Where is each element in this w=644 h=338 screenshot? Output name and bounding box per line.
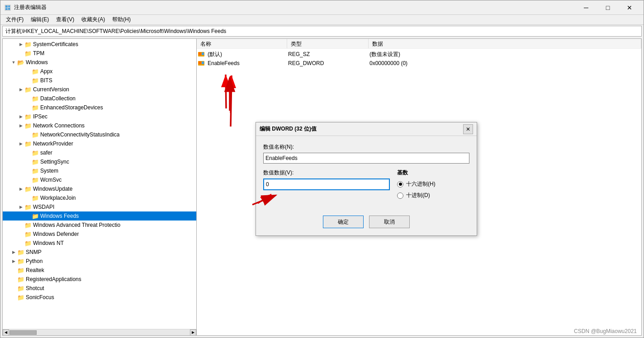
tree-item-windows-feeds[interactable]: 📁 Windows Feeds xyxy=(3,211,196,221)
tree-item[interactable]: ▶ 📁 WindowsUpdate xyxy=(3,184,196,193)
tree-item[interactable]: 📁 safer xyxy=(3,148,196,157)
expand-icon[interactable]: ▶ xyxy=(17,40,24,49)
menu-favorites[interactable]: 收藏夹(A) xyxy=(78,15,109,24)
minimize-button[interactable]: ─ xyxy=(576,0,597,15)
close-button[interactable]: ✕ xyxy=(619,0,640,15)
menu-view[interactable]: 查看(V) xyxy=(52,15,78,24)
expand-icon[interactable]: ▶ xyxy=(10,257,17,266)
dialog-confirm-button[interactable]: 确定 xyxy=(323,216,364,228)
dialog-footer: 确定 取消 xyxy=(256,210,477,235)
dialog-cancel-button[interactable]: 取消 xyxy=(369,216,410,228)
tree-item[interactable]: ▶ 📁 IPSec xyxy=(3,112,196,121)
tree-item[interactable]: 📁 WorkplaceJoin xyxy=(3,193,196,202)
tree-item[interactable]: 📁 SettingSync xyxy=(3,157,196,166)
tree-item[interactable]: 📁 NetworkConnectivityStatusIndica xyxy=(3,130,196,139)
tree-item[interactable]: 📁 Windows NT xyxy=(3,239,196,248)
expand-icon[interactable]: ▶ xyxy=(17,85,24,94)
maximize-button[interactable]: □ xyxy=(597,0,618,15)
expand-icon xyxy=(17,239,24,248)
dialog-name-label: 数值名称(N): xyxy=(263,143,469,151)
dialog-body: 数值名称(N): 数值数据(V): 基数 十六进制(H) 十进制(D) xyxy=(256,136,477,210)
radio-hex-circle[interactable] xyxy=(397,181,403,188)
tree-item[interactable]: 📁 TPM xyxy=(3,49,196,58)
svg-rect-3 xyxy=(5,8,8,10)
tree-item[interactable]: 📁 Windows Defender xyxy=(3,230,196,239)
tree-item[interactable]: ▶ 📁 NetworkProvider xyxy=(3,139,196,148)
tree-item[interactable]: 📁 WcmSvc xyxy=(3,175,196,184)
folder-icon: 📁 xyxy=(17,258,24,265)
expand-icon[interactable]: ▶ xyxy=(17,184,24,193)
menu-bar: 文件(F) 编辑(E) 查看(V) 收藏夹(A) 帮助(H) xyxy=(0,15,644,25)
folder-icon: 📁 xyxy=(32,131,39,138)
tree-item-label: BITS xyxy=(40,77,52,84)
scroll-left-btn[interactable]: ◀ xyxy=(3,329,9,336)
tree-item[interactable]: 📁 BITS xyxy=(3,76,196,85)
tree-item[interactable]: 📁 SonicFocus xyxy=(3,293,196,302)
svg-rect-1 xyxy=(5,5,8,8)
tree-item-label: Windows Advanced Threat Protectio xyxy=(33,222,120,228)
svg-rect-10 xyxy=(202,61,204,64)
tree-item[interactable]: ▶ 📁 CurrentVersion xyxy=(3,85,196,94)
expand-icon[interactable]: ▶ xyxy=(17,121,24,130)
tree-item-label: WindowsUpdate xyxy=(33,186,72,192)
expand-icon xyxy=(24,211,32,221)
dialog-name-input[interactable] xyxy=(263,153,469,164)
folder-icon: 📁 xyxy=(24,230,32,238)
expand-icon[interactable]: ▼ xyxy=(10,58,17,67)
dialog-data-input[interactable] xyxy=(263,178,390,190)
folder-icon: 📁 xyxy=(32,95,39,102)
tree-item[interactable]: 📁 RegisteredApplications xyxy=(3,275,196,284)
dialog-close-button[interactable]: ✕ xyxy=(463,124,473,134)
radio-hex[interactable]: 十六进制(H) xyxy=(397,180,469,188)
tree-item[interactable]: ▶ 📁 Python xyxy=(3,257,196,266)
tree-item[interactable]: ▶ 📁 SystemCertificates xyxy=(3,40,196,49)
folder-icon: 📁 xyxy=(17,276,24,283)
radio-dec[interactable]: 十进制(D) xyxy=(397,192,469,199)
tree-item-label: Windows xyxy=(26,59,48,66)
dialog-radix-label: 基数 xyxy=(397,169,469,177)
expand-icon[interactable]: ▶ xyxy=(17,112,24,121)
watermark: CSDN @BugMiaowu2021 xyxy=(574,328,637,334)
tree-item[interactable]: 📁 EnhancedStorageDevices xyxy=(3,103,196,112)
expand-icon[interactable]: ▶ xyxy=(17,139,24,148)
tree-item[interactable]: 📁 DataCollection xyxy=(3,94,196,103)
window-title: 注册表编辑器 xyxy=(14,4,576,11)
breadcrumb[interactable]: 计算机\HKEY_LOCAL_MACHINE\SOFTWARE\Policies… xyxy=(2,26,642,37)
reg-icon xyxy=(197,59,207,68)
tree-item[interactable]: 📁 Appx xyxy=(3,67,196,76)
tree-item[interactable]: 📁 Windows Advanced Threat Protectio xyxy=(3,221,196,230)
tree-item[interactable]: ▶ 📁 Network Connections xyxy=(3,121,196,130)
tree-item-label: NetworkProvider xyxy=(33,141,73,147)
tree-item[interactable]: 📁 Shotcut xyxy=(3,284,196,293)
hscroll-thumb[interactable] xyxy=(9,330,37,335)
tree-item[interactable]: 📁 System xyxy=(3,166,196,175)
tree-content[interactable]: ▶ 📁 SystemCertificates 📁 TPM ▼ 📂 Windows xyxy=(3,39,196,329)
registry-row-default[interactable]: (默认) REG_SZ (数值未设置) xyxy=(197,50,641,59)
folder-icon: 📁 xyxy=(24,140,32,147)
expand-icon xyxy=(10,266,17,275)
scroll-right-btn[interactable]: ▶ xyxy=(190,329,196,336)
hscroll-track[interactable] xyxy=(9,330,190,335)
tree-item[interactable]: 📁 Realtek xyxy=(3,266,196,275)
folder-icon: 📁 xyxy=(17,285,24,292)
folder-icon: 📁 xyxy=(32,194,39,202)
folder-icon: 📁 xyxy=(24,221,32,229)
radio-dec-circle[interactable] xyxy=(397,192,403,199)
expand-icon[interactable]: ▶ xyxy=(10,248,17,257)
menu-file[interactable]: 文件(F) xyxy=(2,15,27,24)
tree-item[interactable]: ▼ 📂 Windows xyxy=(3,58,196,67)
svg-rect-9 xyxy=(199,61,201,64)
registry-row-enablefeeds[interactable]: EnableFeeds REG_DWORD 0x00000000 (0) xyxy=(197,59,641,68)
tree-item-label: RegisteredApplications xyxy=(26,276,81,282)
tree-item[interactable]: ▶ 📁 WSDAPI xyxy=(3,202,196,211)
menu-help[interactable]: 帮助(H) xyxy=(109,15,134,24)
tree-item[interactable]: ▶ 📁 SNMP xyxy=(3,248,196,257)
tree-hscroll[interactable]: ◀ ▶ xyxy=(3,329,196,335)
menu-edit[interactable]: 编辑(E) xyxy=(27,15,52,24)
folder-icon: 📁 xyxy=(17,294,24,301)
reg-icon xyxy=(197,50,207,59)
reg-type: REG_SZ xyxy=(288,51,369,57)
col-header-data: 数据 xyxy=(369,39,641,48)
expand-icon[interactable]: ▶ xyxy=(17,202,24,211)
window-controls: ─ □ ✕ xyxy=(576,0,640,15)
